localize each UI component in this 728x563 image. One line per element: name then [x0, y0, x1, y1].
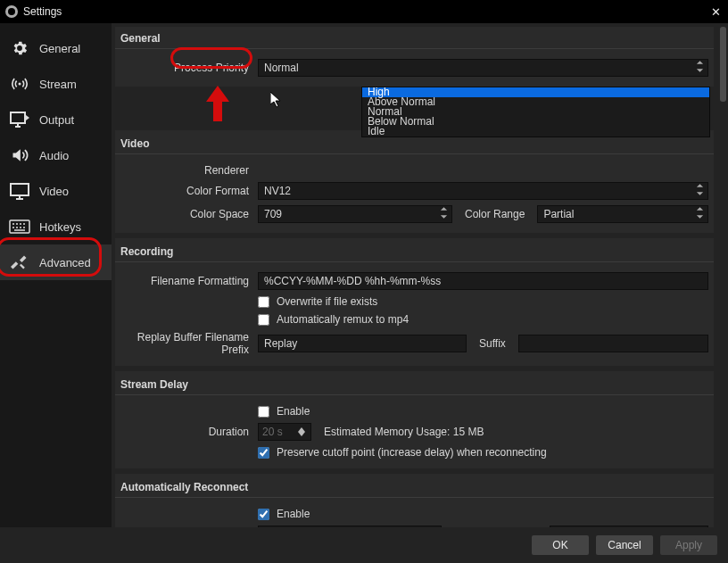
gear-icon: [9, 39, 30, 57]
max-retries-spin[interactable]: 20: [550, 526, 708, 527]
svg-rect-1: [11, 112, 25, 123]
sidebar-item-output[interactable]: Output: [0, 102, 112, 137]
section-video: Video Renderer Color Format NV12 Color S…: [115, 130, 714, 233]
section-header-stream-delay: Stream Delay: [115, 375, 714, 393]
section-auto-reconnect: Automatically Reconnect Enable Retry Del…: [115, 474, 714, 527]
auto-remux-label: Automatically remux to mp4: [277, 313, 409, 326]
sidebar-label: Audio: [39, 149, 69, 162]
vertical-scrollbar[interactable]: [717, 23, 728, 527]
sidebar-item-audio[interactable]: Audio: [0, 137, 112, 173]
process-priority-dropdown[interactable]: High Above Normal Normal Below Normal Id…: [361, 87, 710, 137]
section-stream-delay: Stream Delay Enable Duration 20 s Estima…: [115, 371, 714, 468]
annotation-arrow-icon: [203, 86, 233, 125]
sidebar-item-stream[interactable]: Stream: [0, 66, 112, 102]
reconnect-enable-checkbox[interactable]: [258, 509, 269, 520]
apply-button[interactable]: Apply: [660, 535, 717, 555]
priority-option-below-normal[interactable]: Below Normal: [362, 117, 709, 127]
sidebar-item-general[interactable]: General: [0, 30, 112, 66]
sidebar-label: Output: [39, 113, 74, 127]
color-format-value: NV12: [264, 185, 291, 197]
settings-scroll-area: General Process Priority Normal High Ab: [112, 23, 717, 527]
auto-remux-checkbox[interactable]: [258, 314, 269, 326]
section-header-auto-reconnect: Automatically Reconnect: [115, 477, 714, 495]
svg-rect-2: [11, 184, 29, 195]
sidebar-label: Stream: [39, 78, 77, 91]
color-space-combo[interactable]: 709: [258, 205, 452, 223]
suffix-input[interactable]: [518, 335, 708, 352]
overwrite-checkbox[interactable]: [258, 296, 269, 308]
tools-icon: [9, 253, 30, 271]
color-range-value: Partial: [543, 208, 574, 220]
section-general: General Process Priority Normal: [115, 27, 714, 87]
sidebar-item-hotkeys[interactable]: Hotkeys: [0, 209, 112, 244]
process-priority-combo[interactable]: Normal: [258, 59, 708, 77]
sidebar-label: Hotkeys: [39, 220, 81, 234]
process-priority-label: Process Priority: [120, 62, 252, 74]
antenna-icon: [9, 75, 30, 93]
sidebar-item-video[interactable]: Video: [0, 173, 112, 209]
spin-buttons-icon[interactable]: [695, 526, 706, 527]
color-space-value: 709: [264, 208, 282, 220]
monitor-arrow-icon: [9, 111, 30, 128]
duration-spin[interactable]: 20 s: [258, 423, 311, 441]
ok-button[interactable]: OK: [532, 535, 589, 555]
section-header-general: General: [115, 29, 714, 46]
sidebar-label: General: [39, 42, 80, 55]
chevron-updown-icon: [695, 184, 704, 199]
titlebar: Settings ✕: [0, 0, 728, 23]
stream-delay-enable-label: Enable: [277, 405, 310, 418]
section-recording: Recording Filename Formatting Overwrite …: [115, 238, 714, 366]
replay-prefix-input[interactable]: [258, 335, 467, 352]
preserve-cutoff-checkbox[interactable]: [258, 447, 269, 459]
preserve-cutoff-label: Preserve cutoff point (increase delay) w…: [277, 446, 547, 459]
sidebar-item-advanced[interactable]: Advanced: [0, 244, 112, 280]
retry-delay-spin[interactable]: 10 s: [258, 526, 442, 527]
svg-rect-3: [10, 220, 29, 233]
obs-logo-icon: [5, 5, 18, 18]
keyboard-icon: [9, 218, 30, 236]
close-button[interactable]: ✕: [708, 5, 723, 19]
priority-option-above-normal[interactable]: Above Normal: [362, 97, 709, 107]
filename-formatting-label: Filename Formatting: [120, 275, 252, 287]
duration-value: 20 s: [262, 426, 283, 438]
chevron-updown-icon: [695, 61, 704, 76]
chevron-updown-icon: [439, 207, 448, 222]
color-range-label: Color Range: [458, 208, 532, 220]
reconnect-enable-label: Enable: [277, 508, 310, 520]
sidebar: General Stream Output Audio: [0, 23, 112, 527]
section-header-recording: Recording: [115, 242, 714, 260]
priority-option-idle[interactable]: Idle: [362, 127, 709, 137]
monitor-icon: [9, 182, 30, 200]
spin-buttons-icon[interactable]: [298, 424, 309, 440]
duration-label: Duration: [120, 426, 252, 438]
mem-usage-label: Estimated Memory Usage: 15 MB: [317, 426, 491, 438]
dialog-footer: OK Cancel Apply: [0, 527, 728, 563]
sidebar-label: Advanced: [39, 256, 91, 269]
filename-formatting-input[interactable]: [258, 272, 708, 290]
spin-buttons-icon[interactable]: [428, 526, 439, 527]
chevron-updown-icon: [695, 207, 704, 222]
mouse-cursor-icon: [270, 92, 283, 112]
svg-point-0: [19, 83, 21, 86]
overwrite-label: Overwrite if file exists: [277, 295, 377, 308]
cancel-button[interactable]: Cancel: [596, 535, 653, 555]
replay-prefix-label: Replay Buffer Filename Prefix: [120, 331, 252, 356]
color-format-combo[interactable]: NV12: [258, 182, 708, 200]
speaker-icon: [9, 146, 30, 164]
suffix-label: Suffix: [472, 337, 513, 350]
stream-delay-enable-checkbox[interactable]: [258, 406, 269, 418]
window-title: Settings: [23, 5, 62, 18]
color-space-label: Color Space: [120, 208, 252, 220]
color-format-label: Color Format: [120, 185, 252, 197]
process-priority-value: Normal: [264, 62, 299, 74]
renderer-label: Renderer: [120, 164, 252, 177]
color-range-combo[interactable]: Partial: [537, 205, 708, 223]
sidebar-label: Video: [39, 185, 69, 198]
